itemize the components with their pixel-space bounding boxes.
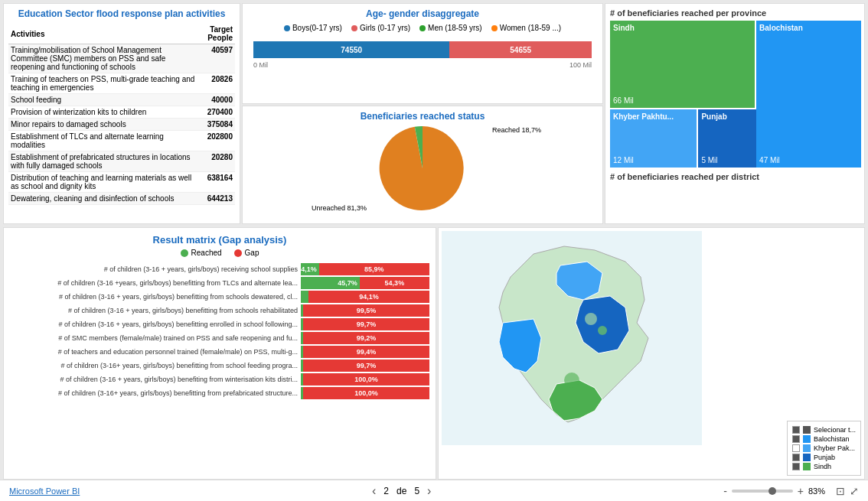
gap-row-label: # of children (3-16 + years, girls/boys)… (10, 376, 301, 383)
col-activities: Activities (8, 24, 197, 44)
district-dot-2 (598, 326, 607, 335)
education-panel: Education Sector flood response plan act… (3, 3, 240, 224)
gap-row: # of children (3-16 +years, girls/boys) … (10, 277, 429, 289)
checkbox[interactable] (792, 454, 800, 461)
powerbi-link[interactable]: Microsoft Power BI (9, 486, 80, 496)
activity-cell: Minor repairs to damaged schools (8, 119, 197, 131)
checkbox[interactable] (792, 426, 800, 434)
gap-bar-container: 45,7%54,3% (301, 277, 429, 289)
checkbox[interactable] (792, 444, 800, 452)
legend-item[interactable]: Balochistan (792, 435, 856, 443)
gap-bar: 85,9% (319, 263, 429, 275)
gap-bar-container: 14,1%85,9% (301, 263, 429, 275)
gap-bar-container: 94,1% (301, 291, 429, 303)
next-page-button[interactable]: › (427, 484, 431, 498)
target-cell: 20826 (197, 73, 235, 94)
legend-color (803, 463, 811, 470)
gap-row-label: # of children (3-16 + years, girls/boys)… (10, 307, 301, 314)
table-row: Training of teachers on PSS, multi-grade… (8, 73, 235, 94)
gap-title: Result matrix (Gap analysis) (10, 234, 429, 246)
legend-item[interactable]: Punjab (792, 454, 856, 461)
page-separator: de (396, 486, 406, 496)
checkbox[interactable] (792, 463, 800, 470)
gap-bar-container: 99,2% (301, 332, 429, 344)
target-cell: 644213 (197, 193, 235, 205)
kpk-punjab-row: Khyber Pakhtu... 12 Mil Punjab 5 Mil (610, 109, 755, 168)
zoom-thumb[interactable] (768, 487, 776, 495)
pie-svg (373, 119, 472, 218)
table-row: Establishment of prefabricated structure… (8, 151, 235, 172)
bar-row: 74550 54655 (253, 41, 592, 60)
gap-row-label: # of children (3-16+ years, girls/boys) … (10, 389, 301, 397)
gap-bar-container: 99,7% (301, 359, 429, 372)
page-nav: ‹ 2 de 5 › (372, 484, 431, 498)
expand-icon[interactable]: ⊡ (836, 485, 845, 497)
women-label: Women (18-59 ...) (500, 24, 561, 32)
legend-boys: Boys(0-17 yrs) (284, 24, 342, 32)
legend-men: Men (18-59 yrs) (419, 24, 482, 32)
page-current: 2 (383, 486, 389, 496)
gap-rows: # of children (3-16 + years, girls/boys)… (10, 263, 429, 399)
table-row: Distribution of teaching and learning ma… (8, 172, 235, 193)
gap-row: # of SMC members (female/male) trained o… (10, 332, 429, 344)
gap-row-label: # of children (3-16 + years, girls/boys)… (10, 320, 301, 328)
gap-row-label: # of children (3-16 +years, girls/boys) … (10, 279, 301, 287)
gap-row-label: # of teachers and education personnel tr… (10, 348, 301, 356)
target-cell: 202800 (197, 131, 235, 151)
legend-label: Punjab (814, 454, 835, 461)
target-cell: 638164 (197, 172, 235, 193)
target-cell: 20280 (197, 151, 235, 172)
legend-item[interactable]: Selecionar t... (792, 426, 856, 434)
target-cell: 40000 (197, 94, 235, 106)
legend-label: Khyber Pak... (814, 444, 855, 452)
gap-row: # of children (3-16 + years, girls/boys)… (10, 318, 429, 330)
gap-row-label: # of children (3-16 + years, girls/boys)… (10, 265, 301, 273)
prev-page-button[interactable]: ‹ (372, 484, 376, 498)
zoom-control: - + 83% ⊡ ⤢ (723, 485, 859, 497)
activity-cell: Training/mobilisation of School Manageme… (8, 44, 197, 73)
punjab-cell: Punjab 5 Mil (698, 109, 756, 168)
district-title: # of beneficiaries reached per district (610, 172, 860, 181)
legend-color (803, 426, 811, 434)
reached-legend: Reached (181, 249, 222, 257)
page-total: 5 (414, 486, 419, 496)
gap-bar-container: 99,7% (301, 318, 429, 330)
gap-bar: 54,3% (360, 277, 429, 289)
men-dot (419, 25, 426, 31)
legend-item[interactable]: Khyber Pak... (792, 444, 856, 452)
gap-legend: Reached Gap (10, 249, 429, 257)
education-table: Activities Target People Training/mobili… (8, 24, 235, 205)
reached-bar: 45,7% (301, 277, 360, 289)
girls-label: Girls (0-17 yrs) (360, 24, 410, 32)
legend-label: Balochistan (814, 435, 850, 443)
legend-label: Sindh (814, 463, 831, 470)
gap-row: # of children (3-16 + years, girls/boys)… (10, 263, 429, 275)
table-row: Establishment of TLCs and alternate lear… (8, 131, 235, 151)
legend-item[interactable]: Sindh (792, 463, 856, 470)
checkbox[interactable] (792, 435, 800, 443)
activity-cell: Distribution of teaching and learning ma… (8, 172, 197, 193)
activity-cell: Establishment of TLCs and alternate lear… (8, 131, 197, 151)
zoom-plus[interactable]: + (798, 485, 804, 497)
gap-row-label: # of children (3-16+ years, girls/boys) … (10, 362, 301, 369)
women-dot (491, 25, 498, 31)
zoom-level: 83% (808, 486, 831, 496)
gap-row-label: # of SMC members (female/male) trained o… (10, 334, 301, 342)
target-cell: 40597 (197, 44, 235, 73)
legend-women: Women (18-59 ...) (491, 24, 561, 32)
fullscreen-icon[interactable]: ⤢ (850, 485, 859, 497)
activity-cell: Establishment of prefabricated structure… (8, 151, 197, 172)
col-target: Target People (197, 24, 235, 44)
district-dot-3 (564, 372, 579, 388)
zoom-slider[interactable] (732, 490, 793, 493)
boys-bar: 74550 (253, 41, 449, 58)
legend-color (803, 435, 811, 443)
girls-bar: 54655 (449, 41, 592, 58)
footer-bar: Microsoft Power BI ‹ 2 de 5 › - + 83% ⊡ … (0, 480, 868, 501)
unreached-label: Unreached 81,3% (312, 204, 367, 212)
target-cell: 270400 (197, 106, 235, 119)
bar-chart: 74550 54655 0 Mil 100 Mil (247, 38, 598, 72)
activity-cell: Dewatering, cleaning and disinfection of… (8, 193, 197, 205)
kpk-cell: Khyber Pakhtu... 12 Mil (610, 109, 697, 168)
zoom-minus[interactable]: - (723, 485, 727, 497)
